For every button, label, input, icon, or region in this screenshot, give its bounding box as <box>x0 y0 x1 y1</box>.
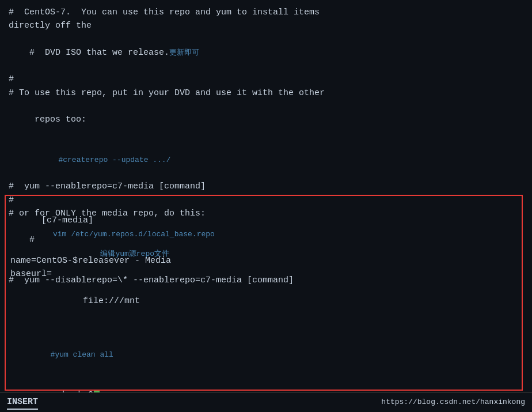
annotation-update: 更新即可 <box>169 48 199 57</box>
annotation-yum-clean: #yum clean all <box>41 350 113 359</box>
line-8: # yum --enablerepo=c7-media [command] <box>9 180 523 193</box>
line-6: repos too: <box>9 100 523 140</box>
annotation-vim: vim /etc/yum.repos.d/local_base.repo <box>53 230 215 239</box>
box-line-name: name=CentOS-$releasever - Media <box>10 254 285 267</box>
line-1: # CentOS-7. You can use this repo and yu… <box>9 6 523 19</box>
box-line-yum-clean: #yum clean all <box>10 321 285 375</box>
line-5: # To use this repo, put in your DVD and … <box>9 86 523 100</box>
line-7: #createrepo --update .../ <box>9 140 523 180</box>
terminal-window: # CentOS-7. You can use this repo and yu… <box>0 0 532 412</box>
annotation-createrepo: #createrepo --update .../ <box>45 156 170 164</box>
status-bar: INSERT https://blog.csdn.net/hanxinkong <box>0 392 532 412</box>
box-line-vim: [c7-media] vim /etc/yum.repos.d/local_ba… <box>10 201 285 254</box>
insert-mode-label: INSERT <box>7 395 38 410</box>
url-label: https://blog.csdn.net/hanxinkong <box>381 396 525 408</box>
line-3: # DVD ISO that we release.更新即可 <box>9 33 523 73</box>
box-line-file: file:///mnt <box>10 281 285 322</box>
line-4: # <box>9 73 523 86</box>
box-line-baseurl: baseurl= <box>10 267 285 281</box>
line-2: directly off the <box>9 19 523 32</box>
